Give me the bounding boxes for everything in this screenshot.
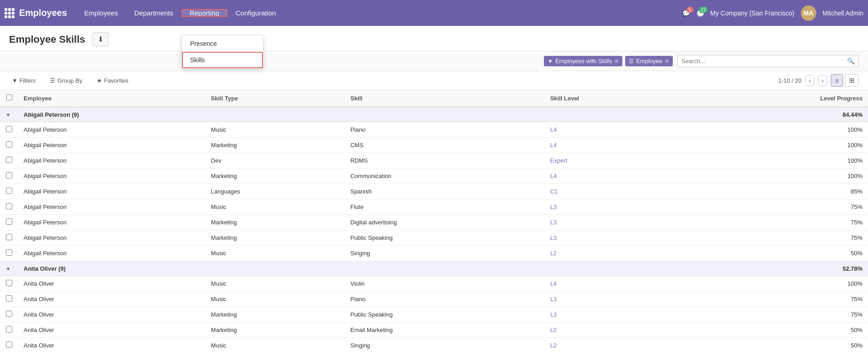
row-checkbox[interactable] [6, 172, 12, 178]
table-row: Anita Oliver Music Violin L4 100% [0, 276, 868, 292]
apps-icon[interactable] [5, 8, 15, 18]
row-checkbox[interactable] [6, 295, 12, 302]
filter-tag-close[interactable]: ✕ [614, 58, 619, 64]
grid-view-button[interactable]: ⊞ [845, 74, 859, 87]
cell-employee: Abigail Peterson [18, 199, 206, 215]
cell-skill-type: Marketing [206, 215, 345, 230]
nav-items: Employees Departments Reporting Presence… [76, 0, 284, 26]
row-checkbox[interactable] [6, 157, 12, 163]
list-view-button[interactable]: ≡ [831, 74, 843, 87]
next-page-button[interactable]: › [818, 75, 827, 86]
messages-notif[interactable]: 💬 5 [682, 10, 690, 17]
cell-skill-level: Expert [545, 153, 683, 169]
dropdown-presence[interactable]: Presence [182, 35, 263, 52]
row-checkbox[interactable] [6, 249, 12, 256]
row-checkbox-cell [0, 138, 18, 153]
row-checkbox[interactable] [6, 342, 12, 348]
group-header-row[interactable]: ▼ Anita Oliver (9) 52.78% [0, 261, 868, 276]
filters-button[interactable]: ▼ Filters [9, 75, 38, 86]
row-checkbox[interactable] [6, 218, 12, 225]
group-name: Abigail Peterson (9) [18, 107, 683, 122]
cell-skill: Email Marketing [345, 322, 545, 338]
filter-icon: ▼ [547, 58, 553, 64]
prev-page-button[interactable]: ‹ [805, 75, 814, 86]
filter-tag-employee[interactable]: ☰ Employee ✕ [625, 56, 673, 66]
nav-reporting-wrapper: Reporting Presence Skills [182, 9, 227, 17]
app-brand[interactable]: Employees [5, 8, 67, 18]
cell-employee: Anita Oliver [18, 292, 206, 307]
cell-skill-level: L4 [545, 169, 683, 184]
reporting-dropdown: Presence Skills [182, 35, 263, 69]
col-skill-type[interactable]: Skill Type [206, 90, 345, 107]
filter-tags: ▼ Employees with Skills ✕ ☰ Employee ✕ [544, 56, 673, 66]
row-checkbox-cell [0, 169, 18, 184]
group-toggle[interactable]: ▼ [0, 107, 18, 122]
row-checkbox[interactable] [6, 326, 12, 332]
cell-employee: Abigail Peterson [18, 184, 206, 199]
search-button[interactable]: 🔍 [843, 55, 858, 67]
row-checkbox[interactable] [6, 126, 12, 132]
group-toggle[interactable]: ▼ [0, 261, 18, 276]
cell-employee: Anita Oliver [18, 322, 206, 338]
cell-level-progress: 85% [683, 184, 868, 199]
avatar[interactable]: MA [801, 5, 816, 21]
col-skill-level[interactable]: Skill Level [545, 90, 683, 107]
search-box: 🔍 [677, 55, 859, 67]
select-all-checkbox[interactable] [6, 94, 12, 100]
cell-employee: Abigail Peterson [18, 246, 206, 261]
download-button[interactable]: ⬇ [93, 32, 108, 46]
row-checkbox-cell [0, 230, 18, 246]
row-checkbox[interactable] [6, 280, 12, 286]
cell-skill-level: L4 [545, 138, 683, 153]
table-row: Anita Oliver Marketing Email Marketing L… [0, 322, 868, 338]
cell-skill-level: L3 [545, 292, 683, 307]
favorites-button[interactable]: ★ Favorites [94, 75, 131, 86]
nav-right: 💬 5 🕐 23 My Company (San Francisco) MA M… [682, 5, 863, 21]
cell-skill-level: L3 [545, 215, 683, 230]
group-by-button[interactable]: ☰ Group By [47, 75, 85, 86]
cell-skill: Piano [345, 292, 545, 307]
row-checkbox[interactable] [6, 311, 12, 317]
nav-reporting[interactable]: Reporting [182, 9, 227, 17]
group-icon: ☰ [629, 58, 634, 64]
row-checkbox[interactable] [6, 234, 12, 240]
row-checkbox[interactable] [6, 203, 12, 209]
star-icon: ★ [97, 77, 102, 84]
row-checkbox-cell [0, 276, 18, 292]
group-tag-close[interactable]: ✕ [665, 58, 669, 64]
favorites-label: Favorites [104, 77, 128, 84]
nav-configuration[interactable]: Configuration [227, 0, 284, 26]
filter-tag-employees-with-skills[interactable]: ▼ Employees with Skills ✕ [544, 56, 622, 66]
cell-level-progress: 50% [683, 246, 868, 261]
dropdown-skills[interactable]: Skills [182, 52, 263, 68]
cell-skill: Public Speaking [345, 307, 545, 322]
nav-employees[interactable]: Employees [76, 0, 126, 26]
nav-departments[interactable]: Departments [126, 0, 182, 26]
col-level-progress[interactable]: Level Progress [683, 90, 868, 107]
row-checkbox[interactable] [6, 188, 12, 194]
cell-skill-type: Music [206, 292, 345, 307]
col-skill[interactable]: Skill [345, 90, 545, 107]
group-header-row[interactable]: ▼ Abigail Peterson (9) 84.44% [0, 107, 868, 122]
cell-employee: Anita Oliver [18, 276, 206, 292]
col-checkbox [0, 90, 18, 107]
group-by-label: Group By [57, 77, 82, 84]
cell-employee: Abigail Peterson [18, 122, 206, 138]
cell-skill-level: L2 [545, 246, 683, 261]
table-row: Anita Oliver Music Singing L2 50% [0, 338, 868, 352]
activity-notif[interactable]: 🕐 23 [696, 10, 704, 17]
row-checkbox[interactable] [6, 141, 12, 148]
cell-skill: Flute [345, 199, 545, 215]
group-progress: 52.78% [683, 261, 868, 276]
messages-badge: 5 [686, 7, 694, 13]
cell-skill-level: L4 [545, 276, 683, 292]
search-input[interactable] [678, 55, 843, 67]
col-employee[interactable]: Employee [18, 90, 206, 107]
cell-level-progress: 75% [683, 230, 868, 246]
cell-skill: Singing [345, 246, 545, 261]
cell-level-progress: 75% [683, 292, 868, 307]
cell-skill: RDMS [345, 153, 545, 169]
cell-skill: Spanish [345, 184, 545, 199]
table-row: Abigail Peterson Marketing CMS L4 100% [0, 138, 868, 153]
table-row: Abigail Peterson Marketing Digital adver… [0, 215, 868, 230]
